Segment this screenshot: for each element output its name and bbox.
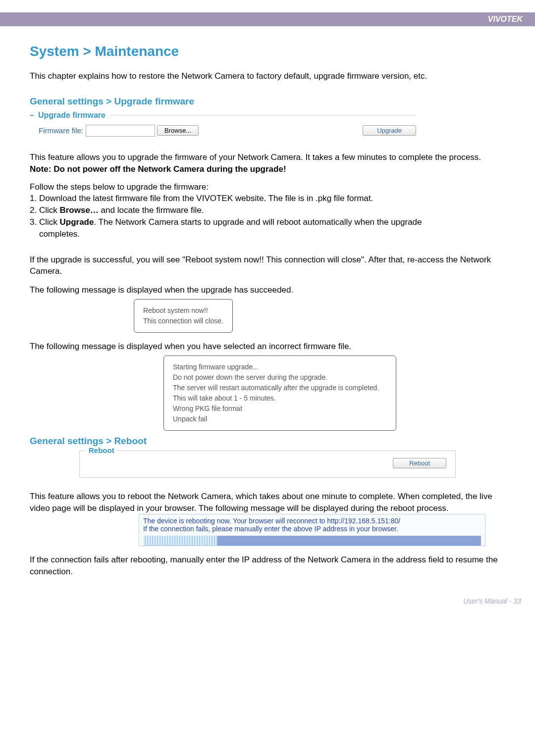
upgrade-steps: Follow the steps below to upgrade the fi…: [30, 181, 505, 240]
upgrade-description: This feature allows you to upgrade the f…: [30, 151, 505, 163]
browse-button[interactable]: Browse...: [157, 125, 199, 136]
step-3: 3. Click Upgrade. The Network Camera sta…: [30, 216, 505, 240]
header-bar: VIVOTEK: [0, 12, 535, 26]
fail-message-box: Starting firmware upgrade... Do not powe…: [163, 355, 396, 431]
reboot-button[interactable]: Reboot: [393, 458, 446, 468]
success-intro: If the upgrade is successful, you will s…: [30, 254, 505, 278]
content-area: System > Maintenance This chapter explai…: [0, 26, 535, 588]
progress-fill: [143, 536, 217, 546]
firmware-file-label: Firmware file:: [39, 126, 83, 135]
reboot-description: This feature allows you to reboot the Ne…: [30, 491, 505, 514]
success-msg-intro: The following message is displayed when …: [30, 284, 505, 296]
divider-line: [110, 115, 416, 115]
intro-text: This chapter explains how to restore the…: [30, 70, 505, 82]
reboot-fail-text: If the connection fails after rebooting,…: [30, 554, 505, 578]
upgrade-fieldset: – Upgrade firmware Firmware file: Browse…: [30, 111, 505, 137]
progress-bar: [143, 536, 481, 546]
page-title: System > Maintenance: [30, 44, 505, 59]
success-message-box: Reboot system now!! This connection will…: [134, 299, 233, 333]
brand-label: VIVOTEK: [488, 15, 523, 24]
step-1: 1. Download the latest firmware file fro…: [30, 193, 505, 204]
reboot-fieldset: Reboot Reboot: [79, 451, 456, 478]
reboot-legend: Reboot: [86, 446, 117, 454]
rebooting-line1: The device is rebooting now. Your browse…: [143, 517, 481, 525]
rebooting-line2: If the connection fails, please manually…: [143, 525, 481, 533]
upgrade-section-title: General settings > Upgrade firmware: [30, 96, 505, 107]
rebooting-message-box: The device is rebooting now. Your browse…: [139, 514, 485, 546]
firmware-file-input[interactable]: [86, 125, 155, 137]
footer-text: User's Manual - 33: [463, 597, 521, 605]
upgrade-note: Note: Do not power off the Network Camer…: [30, 164, 505, 174]
reboot-section-title: General settings > Reboot: [30, 436, 505, 447]
upgrade-button[interactable]: Upgrade: [363, 125, 416, 136]
step-2: 2. Click Browse… and locate the firmware…: [30, 204, 505, 216]
upgrade-legend: Upgrade firmware: [38, 111, 106, 120]
steps-intro: Follow the steps below to upgrade the fi…: [30, 181, 505, 193]
fail-msg-intro: The following message is displayed when …: [30, 341, 505, 353]
collapse-icon[interactable]: –: [30, 111, 34, 120]
